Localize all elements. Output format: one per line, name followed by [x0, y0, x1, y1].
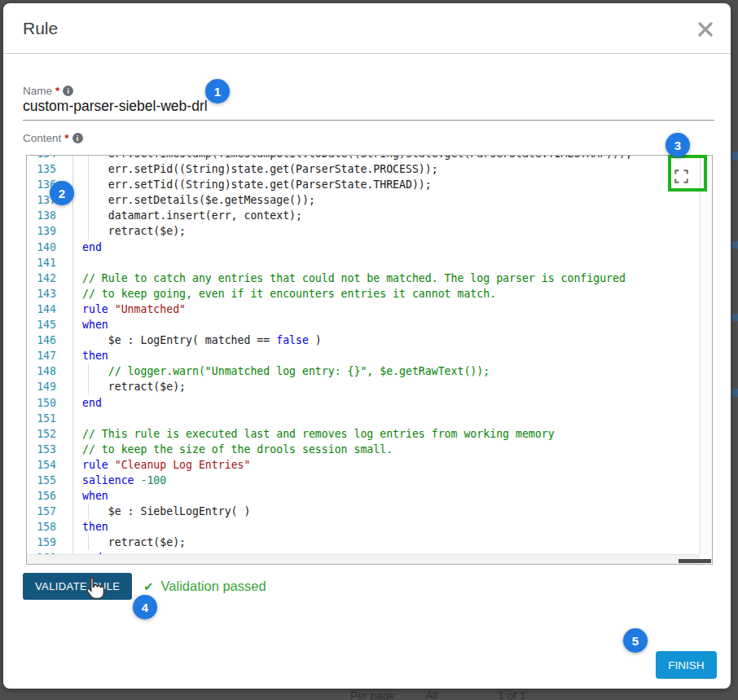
line-number: 154	[27, 457, 72, 473]
dialog-title: Rule	[23, 19, 58, 38]
line-number: 151	[27, 411, 72, 426]
line-number: 152	[27, 426, 72, 442]
code-line: 159 retract($e);	[27, 535, 700, 550]
annotation-badge-3: 3	[666, 133, 690, 157]
code-line: 149 retract($e);	[27, 379, 700, 394]
code-line: 140end	[27, 240, 700, 255]
horizontal-scrollbar[interactable]	[27, 554, 700, 564]
line-number: 139	[27, 223, 72, 239]
code-line: 155salience -100	[27, 473, 700, 488]
line-number: 134	[27, 155, 72, 161]
code-line: 134 err.setTimestamp(TimestampUtil.toDat…	[27, 155, 700, 161]
required-asterisk: *	[55, 85, 59, 97]
code-line: 136 err.setTid((String)state.get(ParserS…	[27, 177, 700, 192]
screen: Per page: All 1 of 1 Rule Name*i Content…	[0, 0, 738, 700]
code-line: 154rule "Cleanup Log Entries"	[27, 457, 700, 473]
name-input[interactable]	[23, 98, 714, 121]
name-label-text: Name	[23, 85, 52, 97]
line-number: 158	[27, 519, 72, 535]
line-number: 146	[27, 332, 72, 348]
code-line: 141	[27, 255, 700, 271]
line-number: 142	[27, 271, 72, 286]
required-asterisk: *	[64, 132, 68, 144]
code-line: 158then	[27, 519, 700, 535]
line-number: 135	[27, 161, 72, 177]
line-number: 157	[27, 504, 72, 519]
annotation-badge-5: 5	[623, 628, 648, 653]
background-pagination-row: Per page: All 1 of 1	[350, 689, 525, 700]
line-number: 141	[27, 255, 72, 271]
code-line: 137 err.setDetails($e.getMessage());	[27, 192, 700, 208]
code-line: 157 $e : SiebelLogEntry( )	[27, 504, 700, 519]
line-number: 149	[27, 379, 72, 394]
content-label: Content*i	[23, 132, 83, 144]
code-line: 148 // logger.warn("Unmatched log entry:…	[27, 363, 700, 379]
hand-cursor-icon	[82, 576, 107, 605]
validate-rule-button[interactable]: VALIDATE RULE	[23, 573, 132, 600]
code-line: 144rule "Unmatched"	[27, 302, 700, 317]
pagination-text: 1 of 1	[499, 689, 526, 700]
line-number: 144	[27, 302, 72, 317]
annotation-badge-1: 1	[205, 79, 230, 103]
expand-icon-highlight	[668, 155, 707, 192]
info-icon[interactable]: i	[72, 133, 83, 143]
code-line: 139 retract($e);	[27, 223, 700, 239]
code-line: 145when	[27, 317, 700, 332]
content-label-text: Content	[23, 132, 61, 144]
code-editor[interactable]: 134 err.setTimestamp(TimestampUtil.toDat…	[26, 155, 713, 565]
line-number: 150	[27, 395, 72, 411]
line-number: 148	[27, 363, 72, 379]
annotation-badge-4: 4	[133, 595, 157, 619]
close-icon[interactable]	[696, 20, 714, 38]
code-line: 146 $e : LogEntry( matched == false )	[27, 332, 700, 348]
line-number: 143	[27, 286, 72, 302]
background-link-fragment	[731, 241, 738, 249]
code-line: 151	[27, 411, 700, 426]
code-line: 156when	[27, 488, 700, 504]
background-link-fragment	[731, 152, 738, 160]
background-link-fragment	[731, 389, 738, 397]
line-number: 145	[27, 317, 72, 332]
per-page-value: All	[426, 689, 438, 700]
validation-message: Validation passed	[161, 579, 266, 594]
line-number: 159	[27, 535, 72, 550]
info-icon[interactable]: i	[63, 86, 73, 96]
line-number: 155	[27, 473, 72, 488]
line-number: 140	[27, 240, 72, 255]
code-line: 147then	[27, 348, 700, 363]
horizontal-scrollbar-thumb[interactable]	[679, 559, 711, 563]
code-line: 143// to keep going, even if it encounte…	[27, 286, 700, 302]
code-line: 142// Rule to catch any entries that cou…	[27, 271, 700, 286]
code-line: 153// to keep the size of the drools ses…	[27, 442, 700, 457]
dialog-header: Rule	[3, 3, 731, 54]
name-label: Name*i	[23, 85, 73, 97]
code-lines: 134 err.setTimestamp(TimestampUtil.toDat…	[27, 155, 700, 565]
finish-button[interactable]: FINISH	[656, 651, 717, 679]
rule-dialog: Rule Name*i Content*i 134 err.setTimesta…	[3, 3, 731, 689]
line-number: 156	[27, 488, 72, 504]
line-number: 153	[27, 442, 72, 457]
per-page-label: Per page:	[350, 689, 398, 700]
code-line: 150end	[27, 395, 700, 411]
line-number: 147	[27, 348, 72, 363]
code-line: 152// This rule is executed last and rem…	[27, 426, 700, 442]
code-line: 138 datamart.insert(err, context);	[27, 208, 700, 223]
code-line: 135 err.setPid((String)state.get(ParserS…	[27, 161, 700, 177]
check-icon: ✔	[143, 579, 154, 594]
vertical-scrollbar[interactable]	[700, 156, 712, 554]
annotation-badge-2: 2	[50, 181, 74, 205]
background-link-fragment	[731, 314, 738, 321]
validation-status: ✔ Validation passed	[143, 579, 266, 594]
line-number: 138	[27, 208, 72, 223]
